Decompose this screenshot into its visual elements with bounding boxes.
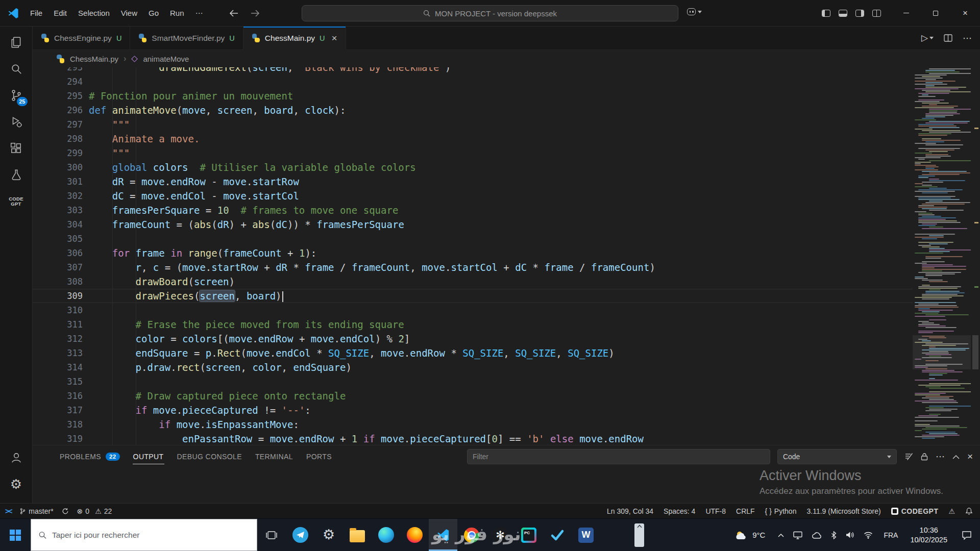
app-icon-file-explorer[interactable]: [343, 519, 372, 551]
code-line[interactable]: 295# Fonction pour animer un mouvement: [33, 89, 913, 103]
menu-run[interactable]: Run: [164, 6, 190, 20]
code-line[interactable]: 308 drawBoard(screen): [33, 274, 913, 289]
tab-chessengine.py[interactable]: ChessEngine.pyU: [33, 27, 130, 49]
scrollbar-thumb[interactable]: [972, 335, 978, 369]
app-icon-chatgpt[interactable]: ✻: [486, 519, 514, 551]
breadcrumb-symbol[interactable]: animateMove: [143, 55, 189, 63]
maximize-panel-icon[interactable]: [952, 455, 960, 459]
code-line[interactable]: 297 """: [33, 117, 913, 132]
code-line[interactable]: 313 endSquare = p.Rect(move.endCol * SQ_…: [33, 346, 913, 360]
panel-tab-debug-console[interactable]: DEBUG CONSOLE: [170, 445, 249, 468]
app-icon-vscode[interactable]: [429, 519, 457, 551]
app-icon-settings[interactable]: ⚙: [314, 519, 343, 551]
code-line[interactable]: 311 # Erase the piece moved from its end…: [33, 317, 913, 332]
panel-more-icon[interactable]: ⋯: [936, 451, 945, 462]
python-interpreter[interactable]: 3.11.9 (Microsoft Store): [806, 507, 880, 515]
app-icon-edge[interactable]: [372, 519, 400, 551]
language-mode[interactable]: { } Python: [765, 507, 797, 515]
code-line[interactable]: 310: [33, 303, 913, 317]
code-line[interactable]: 317 if move.pieceCaptured != '--':: [33, 403, 913, 417]
menu-edit[interactable]: Edit: [48, 6, 72, 20]
panel-tab-problems[interactable]: PROBLEMS22: [53, 445, 127, 468]
app-icon-word[interactable]: W: [572, 519, 600, 551]
output-filter-input[interactable]: [467, 449, 770, 464]
explorer-icon[interactable]: [4, 31, 29, 54]
forward-arrow-icon[interactable]: [251, 10, 260, 17]
codegpt-status[interactable]: CODEGPT: [891, 507, 939, 515]
vertical-scrollbar[interactable]: [971, 67, 980, 445]
command-center-search[interactable]: MON PROJECT - version deepssek: [302, 5, 678, 21]
hidden-icons-chevron[interactable]: [773, 533, 789, 537]
code-line[interactable]: 306 for frame in range(frameCount + 1):: [33, 246, 913, 260]
copilot-button[interactable]: [687, 8, 702, 15]
run-python-file-button[interactable]: ▷: [921, 33, 934, 43]
cursor-position[interactable]: Ln 309, Col 34: [607, 507, 653, 515]
taskbar-clock[interactable]: 10:36 10/02/2025: [904, 525, 953, 545]
account-icon[interactable]: [4, 446, 29, 469]
onedrive-tray-icon[interactable]: [807, 532, 826, 539]
panel-tab-output[interactable]: OUTPUT: [127, 445, 170, 468]
app-icon-firefox[interactable]: [400, 519, 429, 551]
code-line[interactable]: 294: [33, 74, 913, 89]
minimap[interactable]: [913, 67, 971, 445]
codegpt-icon[interactable]: CODE GPT: [4, 190, 29, 213]
output-content[interactable]: Activer Windows Accédez aux paramètres p…: [33, 468, 980, 503]
code-line[interactable]: 305: [33, 232, 913, 246]
code-line[interactable]: 293 drawEndGameText(screen, 'Black wins …: [33, 67, 913, 74]
toggle-panel-icon[interactable]: [839, 10, 847, 17]
tab-smartmovefinder.py[interactable]: SmartMoveFinder.pyU: [130, 27, 243, 49]
volume-tray-icon[interactable]: [841, 531, 859, 539]
code-line[interactable]: 307 r, c = (move.startRow + dR * frame /…: [33, 260, 913, 274]
panel-tab-ports[interactable]: PORTS: [300, 445, 338, 468]
code-line[interactable]: 309 drawPieces(screen, board): [33, 289, 913, 303]
tab-chessmain.py[interactable]: ChessMain.pyU×: [243, 27, 346, 49]
code-line[interactable]: 300 global colors # Utiliser la variable…: [33, 160, 913, 174]
minimize-button[interactable]: [891, 0, 921, 26]
task-view-button[interactable]: [257, 519, 286, 551]
encoding-status[interactable]: UTF-8: [705, 507, 726, 515]
problems-status[interactable]: ⊗ 0 ⚠ 22: [77, 507, 112, 515]
menu-view[interactable]: View: [115, 6, 143, 20]
code-line[interactable]: 302 dC = move.endCol - move.startCol: [33, 189, 913, 203]
toggle-sidebar-icon[interactable]: [822, 10, 830, 17]
panel-tab-terminal[interactable]: TERMINAL: [249, 445, 300, 468]
code-line[interactable]: 296def animateMove(move, screen, board, …: [33, 103, 913, 117]
taskbar-search-input[interactable]: [52, 531, 249, 540]
code-line[interactable]: 298 Animate a move.: [33, 132, 913, 146]
testing-icon[interactable]: [4, 163, 29, 187]
source-control-icon[interactable]: 25: [4, 84, 29, 107]
menu-go[interactable]: Go: [143, 6, 164, 20]
close-panel-icon[interactable]: ×: [967, 451, 973, 462]
search-sidebar-icon[interactable]: [4, 57, 29, 81]
run-debug-icon[interactable]: [4, 110, 29, 134]
app-icon-pycharm[interactable]: PC: [514, 519, 543, 551]
notifications-bell-icon[interactable]: [965, 507, 973, 515]
status-warning-icon[interactable]: ⚠: [948, 507, 955, 515]
run-dropdown-icon[interactable]: [929, 37, 934, 39]
app-icon-chrome[interactable]: [457, 519, 486, 551]
action-center-button[interactable]: [953, 531, 980, 540]
code-line[interactable]: 312 color = colors[(move.endRow + move.e…: [33, 332, 913, 346]
code-line[interactable]: 315: [33, 374, 913, 389]
sync-changes-button[interactable]: [62, 508, 69, 515]
toggle-secondary-sidebar-icon[interactable]: [855, 10, 864, 17]
menu-more[interactable]: ⋯: [190, 6, 209, 21]
menu-file[interactable]: File: [24, 6, 48, 20]
network-tray-icon[interactable]: [859, 532, 877, 539]
git-branch-status[interactable]: master*: [19, 507, 53, 515]
back-arrow-icon[interactable]: [229, 10, 238, 17]
menu-selection[interactable]: Selection: [72, 6, 115, 20]
remote-indicator[interactable]: ><: [5, 507, 11, 515]
extensions-icon[interactable]: [4, 137, 29, 160]
keyboard-layout[interactable]: FRA: [877, 531, 904, 539]
output-channel-select[interactable]: Code: [777, 449, 897, 464]
app-icon-telegram[interactable]: [286, 519, 314, 551]
code-line[interactable]: 314 p.draw.rect(screen, color, endSquare…: [33, 360, 913, 374]
more-actions-icon[interactable]: ⋯: [963, 33, 972, 44]
code-line[interactable]: 304 frameCount = (abs(dR) + abs(dC)) * f…: [33, 217, 913, 232]
code-line[interactable]: 301 dR = move.endRow - move.startRow: [33, 174, 913, 189]
settings-gear-icon[interactable]: ⚙: [4, 472, 29, 496]
breadcrumb-file[interactable]: ChessMain.py: [70, 55, 118, 63]
customize-layout-icon[interactable]: [872, 10, 881, 17]
clear-output-icon[interactable]: [905, 453, 913, 461]
